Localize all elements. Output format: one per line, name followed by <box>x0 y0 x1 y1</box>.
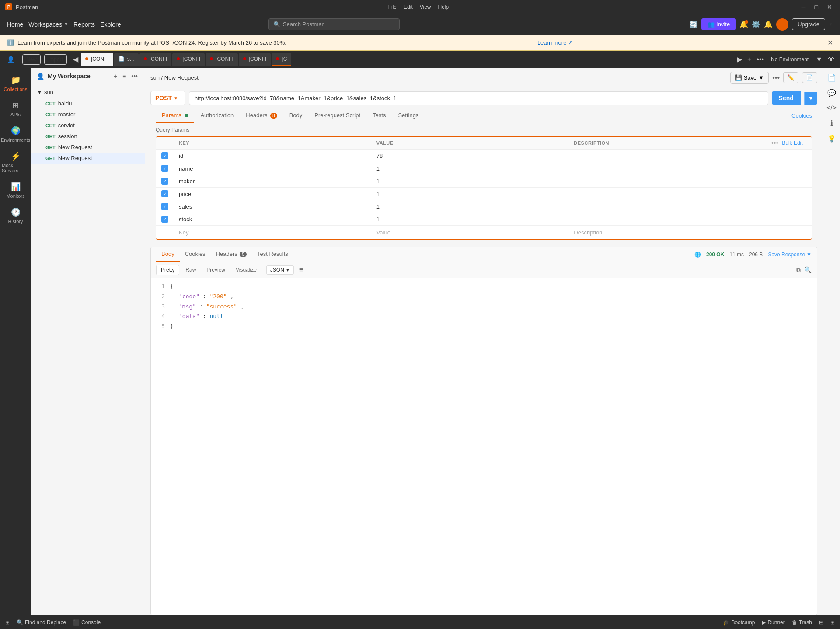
tab-pre-request[interactable]: Pre-request Script <box>308 108 366 123</box>
format-tab-pretty[interactable]: Pretty <box>156 265 179 275</box>
minimize-button[interactable]: ─ <box>799 3 809 11</box>
docs-button[interactable]: 📄 <box>802 72 817 83</box>
list-item-new-request-1[interactable]: GET New Request <box>31 142 145 153</box>
list-item-new-request-2[interactable]: GET New Request <box>31 153 145 164</box>
more-options-button[interactable]: ••• <box>772 74 780 82</box>
list-item-baidu[interactable]: GET baidu <box>31 98 145 109</box>
tab-authorization[interactable]: Authorization <box>194 108 240 123</box>
sidebar-item-environments[interactable]: 🌍 Environments <box>0 122 31 146</box>
send-dropdown-button[interactable]: ▼ <box>804 92 817 105</box>
nav-workspaces[interactable]: Workspaces ▼ <box>28 21 68 28</box>
env-dropdown-button[interactable]: ▼ <box>814 55 824 64</box>
avatar[interactable] <box>776 18 788 31</box>
list-item-servlet[interactable]: GET servlet <box>31 120 145 131</box>
shortcut-button[interactable]: 💡 <box>826 133 838 144</box>
import-button[interactable]: Import <box>44 54 67 65</box>
more-options-button[interactable]: ••• <box>129 72 139 80</box>
empty-key-placeholder[interactable]: Key <box>179 229 376 236</box>
bootcamp-button[interactable]: 🎓 Bootcamp <box>723 619 755 626</box>
method-select[interactable]: POST ▼ <box>150 91 185 105</box>
tab-confi-4[interactable]: [CONFI <box>206 53 238 66</box>
upgrade-button[interactable]: Upgrade <box>792 18 825 30</box>
comments-button[interactable]: 💬 <box>826 87 838 99</box>
menu-help[interactable]: Help <box>438 4 449 10</box>
tab-confi-5[interactable]: [CONFI <box>239 53 271 66</box>
url-input[interactable] <box>189 91 768 105</box>
layout-button[interactable]: ⊞ <box>5 619 10 626</box>
row-checkbox-3[interactable]: ✓ <box>161 178 168 185</box>
list-item-master[interactable]: GET master <box>31 109 145 120</box>
tab-headers[interactable]: Headers 8 <box>240 108 283 123</box>
cookies-link[interactable]: Cookies <box>791 112 812 119</box>
env-view-button[interactable]: 👁 <box>826 55 837 64</box>
learn-more-link[interactable]: Learn more ↗ <box>537 39 573 46</box>
full-panel-button[interactable]: ⊞ <box>830 619 835 626</box>
trash-button[interactable]: 🗑 Trash <box>792 619 812 626</box>
maximize-button[interactable]: □ <box>812 3 821 11</box>
new-button[interactable]: New <box>22 54 41 65</box>
tab-s[interactable]: 📄 s... <box>114 53 139 66</box>
menu-file[interactable]: File <box>388 4 397 10</box>
back-button[interactable]: ◀ <box>71 54 80 64</box>
two-panel-button[interactable]: ⊟ <box>819 619 823 626</box>
save-response-button[interactable]: Save Response ▼ <box>768 252 812 258</box>
nav-home[interactable]: Home <box>7 21 23 28</box>
tab-confi-2[interactable]: [CONFI <box>139 53 172 66</box>
search-response-button[interactable]: 🔍 <box>804 266 812 274</box>
notifications-button[interactable]: 🔔 <box>739 20 748 28</box>
sidebar-item-apis[interactable]: ⊞ APIs <box>0 97 31 121</box>
sync-button[interactable]: 🔄 <box>689 20 698 28</box>
search-input[interactable]: 🔍 Search Postman <box>268 18 400 30</box>
forward-button[interactable]: ▶ <box>735 54 744 64</box>
tab-body[interactable]: Body <box>283 108 309 123</box>
format-tab-preview[interactable]: Preview <box>202 265 230 275</box>
format-select[interactable]: JSON ▼ <box>266 265 294 275</box>
collection-sun-header[interactable]: ▼ sun <box>31 86 145 98</box>
resp-tab-test-results[interactable]: Test Results <box>252 247 293 262</box>
bulk-edit-button[interactable]: Bulk Edit <box>782 140 802 146</box>
send-button[interactable]: Send <box>772 91 801 105</box>
list-item-session[interactable]: GET session <box>31 131 145 142</box>
menu-edit[interactable]: Edit <box>404 4 413 10</box>
tab-c-active[interactable]: [C <box>272 53 291 66</box>
filter-button[interactable]: ≡ <box>121 72 128 80</box>
tab-tests[interactable]: Tests <box>366 108 392 123</box>
runner-button[interactable]: ▶ Runner <box>762 619 784 626</box>
new-tab-button[interactable]: + <box>746 55 753 64</box>
nav-explore[interactable]: Explore <box>100 21 121 28</box>
row-checkbox-6[interactable]: ✓ <box>161 216 168 223</box>
settings-button[interactable]: ⚙️ <box>752 20 760 28</box>
close-button[interactable]: ✕ <box>824 3 835 11</box>
sidebar-item-monitors[interactable]: 📊 Monitors <box>0 178 31 202</box>
nav-reports[interactable]: Reports <box>73 21 95 28</box>
format-tab-raw[interactable]: Raw <box>181 265 200 275</box>
find-replace-button[interactable]: 🔍 Find and Replace <box>17 619 66 626</box>
empty-value-placeholder[interactable]: Value <box>376 229 574 236</box>
resp-tab-body[interactable]: Body <box>156 247 180 262</box>
wrap-lines-icon[interactable]: ≡ <box>299 266 303 274</box>
sidebar-item-mock-servers[interactable]: ⚡ Mock Servers <box>0 148 31 177</box>
row-checkbox-4[interactable]: ✓ <box>161 190 168 197</box>
bell-button[interactable]: 🔔 <box>764 20 773 28</box>
menu-view[interactable]: View <box>420 4 431 10</box>
row-checkbox-5[interactable]: ✓ <box>161 203 168 210</box>
tab-confi-3[interactable]: [CONFI <box>172 53 205 66</box>
code-button[interactable]: </> <box>825 102 838 114</box>
resp-tab-headers[interactable]: Headers 5 <box>211 247 252 262</box>
params-more-icon[interactable]: ••• <box>771 140 778 147</box>
save-button[interactable]: 💾 Save ▼ <box>730 72 769 84</box>
tab-params[interactable]: Params <box>156 108 194 123</box>
tab-confi-1[interactable]: [CONFI <box>81 53 113 66</box>
sidebar-item-collections[interactable]: 📁 Collections <box>0 72 31 95</box>
row-checkbox-2[interactable]: ✓ <box>161 165 168 172</box>
copy-button[interactable]: ⧉ <box>796 266 801 274</box>
resp-tab-cookies[interactable]: Cookies <box>180 247 211 262</box>
invite-button[interactable]: 👥 Invite <box>701 18 736 30</box>
sidebar-item-history[interactable]: 🕐 History <box>0 204 31 227</box>
more-tabs-button[interactable]: ••• <box>755 55 766 64</box>
format-tab-visualize[interactable]: Visualize <box>231 265 261 275</box>
banner-close-button[interactable]: ✕ <box>827 38 833 47</box>
row-checkbox-1[interactable]: ✓ <box>161 152 168 159</box>
docs-panel-button[interactable]: 📄 <box>826 72 838 84</box>
info-button[interactable]: ℹ <box>829 117 835 129</box>
